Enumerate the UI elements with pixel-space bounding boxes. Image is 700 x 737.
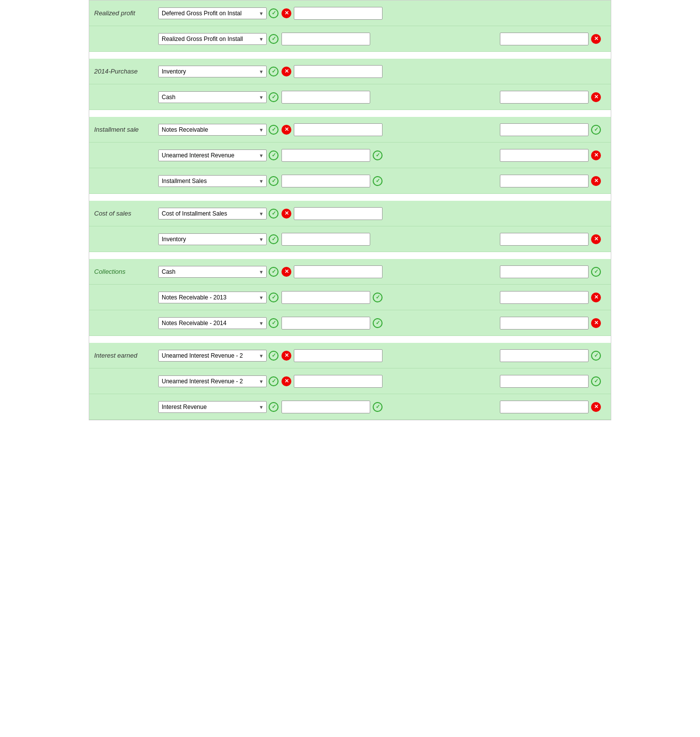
value-input[interactable] bbox=[500, 265, 589, 278]
right-group: ✕ bbox=[500, 33, 606, 45]
value-input[interactable] bbox=[294, 349, 383, 362]
value-input[interactable] bbox=[294, 375, 383, 388]
section-row: Realized Gross Profit on Install▼✓✕ bbox=[89, 26, 611, 52]
x-icon[interactable]: ✕ bbox=[281, 351, 291, 361]
section-row: Notes Receivable - 2013▼✓✓✕ bbox=[89, 285, 611, 310]
check-icon: ✓ bbox=[269, 150, 279, 160]
value-input[interactable] bbox=[500, 291, 589, 304]
account-select[interactable]: Notes Receivable - 2013 bbox=[158, 292, 267, 303]
account-select[interactable]: Realized Gross Profit on Install bbox=[158, 33, 267, 45]
section-row: Inventory▼✓✕ bbox=[89, 226, 611, 252]
section-row: Interest earnedUnearned Interest Revenue… bbox=[89, 343, 611, 368]
account-select[interactable]: Installment Sales bbox=[158, 175, 267, 187]
section-separator bbox=[89, 194, 611, 201]
value-input[interactable] bbox=[294, 265, 383, 278]
account-select[interactable]: Notes Receivable bbox=[158, 124, 267, 136]
x-icon[interactable]: ✕ bbox=[281, 267, 291, 277]
value-input[interactable] bbox=[500, 317, 589, 330]
right-group: ✕ bbox=[500, 149, 606, 162]
value-input[interactable] bbox=[281, 33, 370, 45]
x-icon[interactable]: ✕ bbox=[591, 234, 601, 244]
account-select[interactable]: Cost of Installment Sales bbox=[158, 208, 267, 220]
dropdown-wrap: Inventory▼ bbox=[158, 66, 267, 77]
mid-group bbox=[281, 91, 370, 104]
x-icon[interactable]: ✕ bbox=[591, 402, 601, 412]
section-row: Unearned Interest Revenue▼✓✓✕ bbox=[89, 143, 611, 168]
check-icon: ✓ bbox=[373, 150, 383, 160]
value-input[interactable] bbox=[281, 317, 370, 330]
value-input[interactable] bbox=[281, 91, 370, 104]
account-select[interactable]: Interest Revenue bbox=[158, 401, 267, 413]
dropdown-group: Installment Sales▼✓ bbox=[158, 175, 279, 187]
value-input[interactable] bbox=[281, 175, 370, 187]
value-input[interactable] bbox=[281, 233, 370, 246]
value-input[interactable] bbox=[294, 207, 383, 220]
account-select[interactable]: Cash bbox=[158, 266, 267, 278]
value-input[interactable] bbox=[500, 233, 589, 246]
row-label: Interest earned bbox=[94, 352, 158, 359]
dropdown-group: Deferred Gross Profit on Instal▼✓ bbox=[158, 7, 279, 19]
dropdown-wrap: Realized Gross Profit on Install▼ bbox=[158, 33, 267, 45]
value-input[interactable] bbox=[281, 149, 370, 162]
check-icon: ✓ bbox=[269, 209, 279, 219]
dropdown-wrap: Unearned Interest Revenue - 2▼ bbox=[158, 350, 267, 362]
section-row: CollectionsCash▼✓✕✓ bbox=[89, 259, 611, 285]
value-input[interactable] bbox=[500, 375, 589, 388]
value-input[interactable] bbox=[294, 7, 383, 20]
section-row: Installment saleNotes Receivable▼✓✕✓ bbox=[89, 117, 611, 143]
row-label: Installment sale bbox=[94, 126, 158, 133]
x-icon[interactable]: ✕ bbox=[281, 67, 291, 76]
x-icon[interactable]: ✕ bbox=[591, 92, 601, 102]
account-select[interactable]: Inventory bbox=[158, 66, 267, 77]
mid-group: ✕ bbox=[281, 265, 383, 278]
account-select[interactable]: Inventory bbox=[158, 233, 267, 245]
check-icon: ✓ bbox=[269, 67, 279, 76]
value-input[interactable] bbox=[500, 91, 589, 104]
x-icon[interactable]: ✕ bbox=[281, 8, 291, 18]
value-input[interactable] bbox=[294, 123, 383, 136]
section-row: Unearned Interest Revenue - 2▼✓✕✓ bbox=[89, 368, 611, 394]
x-icon[interactable]: ✕ bbox=[281, 125, 291, 135]
right-group: ✕ bbox=[500, 91, 606, 104]
dropdown-group: Interest Revenue▼✓ bbox=[158, 401, 279, 413]
dropdown-group: Cash▼✓ bbox=[158, 91, 279, 103]
value-input[interactable] bbox=[281, 401, 370, 413]
dropdown-wrap: Inventory▼ bbox=[158, 233, 267, 245]
account-select[interactable]: Unearned Interest Revenue - 2 bbox=[158, 350, 267, 362]
x-icon[interactable]: ✕ bbox=[591, 293, 601, 302]
x-icon[interactable]: ✕ bbox=[591, 150, 601, 160]
value-input[interactable] bbox=[294, 65, 383, 78]
account-select[interactable]: Notes Receivable - 2014 bbox=[158, 317, 267, 329]
check-icon: ✓ bbox=[269, 8, 279, 18]
account-select[interactable]: Deferred Gross Profit on Instal bbox=[158, 7, 267, 19]
dropdown-group: Cash▼✓ bbox=[158, 266, 279, 278]
check-icon: ✓ bbox=[269, 293, 279, 302]
value-input[interactable] bbox=[500, 33, 589, 45]
value-input[interactable] bbox=[500, 123, 589, 136]
dropdown-group: Unearned Interest Revenue - 2▼✓ bbox=[158, 375, 279, 387]
check-icon: ✓ bbox=[269, 125, 279, 135]
x-icon[interactable]: ✕ bbox=[591, 176, 601, 186]
right-group: ✕ bbox=[500, 233, 606, 246]
x-icon[interactable]: ✕ bbox=[591, 34, 601, 44]
value-input[interactable] bbox=[500, 401, 589, 413]
mid-group: ✕ bbox=[281, 7, 383, 20]
value-input[interactable] bbox=[500, 175, 589, 187]
x-icon[interactable]: ✕ bbox=[281, 209, 291, 219]
account-select[interactable]: Unearned Interest Revenue - 2 bbox=[158, 375, 267, 387]
value-input[interactable] bbox=[500, 149, 589, 162]
value-input[interactable] bbox=[500, 349, 589, 362]
dropdown-group: Inventory▼✓ bbox=[158, 66, 279, 77]
section-separator bbox=[89, 336, 611, 343]
x-icon[interactable]: ✕ bbox=[591, 318, 601, 328]
check-icon: ✓ bbox=[591, 351, 601, 361]
value-input[interactable] bbox=[281, 291, 370, 304]
x-icon[interactable]: ✕ bbox=[281, 376, 291, 386]
section-row: Cash▼✓✕ bbox=[89, 84, 611, 110]
mid-group: ✕ bbox=[281, 123, 383, 136]
account-select[interactable]: Cash bbox=[158, 91, 267, 103]
mid-group: ✓ bbox=[281, 175, 383, 187]
dropdown-group: Notes Receivable▼✓ bbox=[158, 124, 279, 136]
account-select[interactable]: Unearned Interest Revenue bbox=[158, 149, 267, 161]
check-icon: ✓ bbox=[269, 267, 279, 277]
